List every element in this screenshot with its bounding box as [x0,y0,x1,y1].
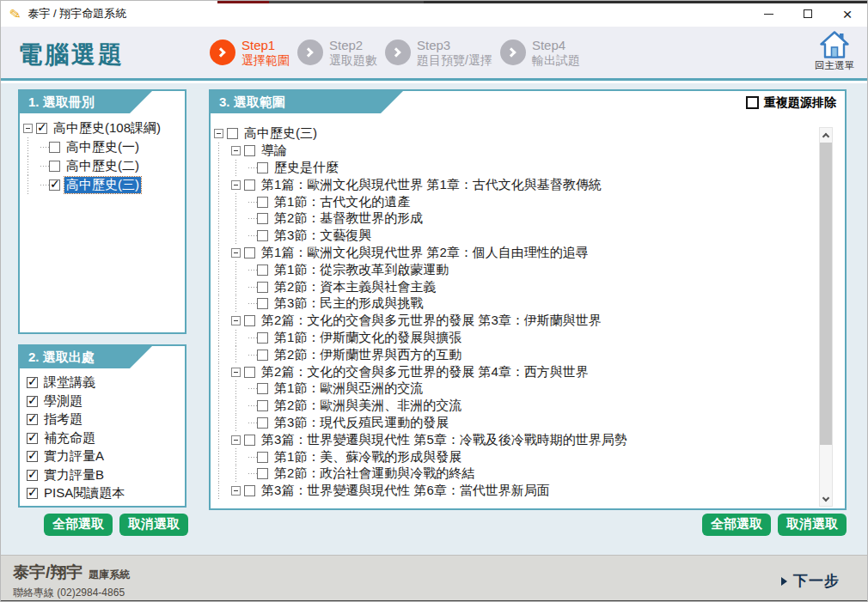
step-step1[interactable]: Step1選擇範圍 [210,38,290,68]
volume-tree-checkbox[interactable] [49,161,60,172]
collapse-expander-icon[interactable] [231,486,241,496]
tree-connector-line [248,457,257,458]
volume-tree-item[interactable]: 高中歷史(二) [23,156,183,175]
scope-tree-item[interactable]: 第1節：美、蘇冷戰的形成與發展 [214,448,843,465]
deselect-all-sources-button[interactable]: 取消選取 [119,514,188,536]
scroll-up-arrow-icon[interactable] [820,128,832,142]
scope-tree-checkbox[interactable] [257,213,268,224]
scope-tree-checkbox[interactable] [244,367,255,378]
scope-tree-item[interactable]: 歷史是什麼 [214,160,843,177]
scope-tree-checkbox[interactable] [244,247,255,258]
source-item[interactable]: 課堂講義 [27,374,185,392]
scope-tree-item[interactable]: 第2篇：文化的交會與多元世界的發展 第4章：西方與世界 [214,363,843,380]
dedupe-checkbox[interactable] [746,96,759,109]
maximize-button[interactable] [788,1,828,27]
scope-tree-item[interactable]: 第1節：歐洲與亞洲的交流 [214,380,843,398]
step-step4[interactable]: Step4輸出試題 [500,38,580,68]
next-step-button[interactable]: 下一步 [781,571,840,591]
source-item[interactable]: 指考題 [27,410,185,429]
scope-tree-item[interactable]: 第1節：古代文化的遺產 [214,193,843,210]
scope-tree-checkbox[interactable] [257,400,268,411]
scope-tree-checkbox[interactable] [244,145,255,156]
close-button[interactable]: × [828,1,867,27]
scope-tree-checkbox[interactable] [244,315,255,326]
volume-tree-item[interactable]: 高中歷史(三) [23,175,183,194]
collapse-expander-icon[interactable] [23,124,33,133]
scope-tree-item[interactable]: 第1篇：歐洲文化與現代世界 第2章：個人自由理性的追尋 [214,245,843,262]
source-checkbox[interactable] [27,396,38,407]
scope-tree-checkbox[interactable] [257,468,268,479]
source-checkbox[interactable] [27,451,38,462]
scroll-down-arrow-icon[interactable] [820,492,832,506]
home-button[interactable]: 回主選單 [809,31,860,72]
source-item[interactable]: 學測題 [27,392,185,411]
scope-tree-item[interactable]: 第2節：基督教世界的形成 [214,210,843,228]
scope-tree-checkbox[interactable] [244,485,255,496]
scope-tree-item[interactable]: 第3節：文藝復興 [214,228,843,245]
scope-scrollbar[interactable] [819,127,833,507]
source-checkbox[interactable] [27,470,38,481]
collapse-expander-icon[interactable] [231,316,241,325]
scope-tree-label: 第3節：民主的形成與挑戰 [272,295,425,312]
volume-tree-checkbox[interactable] [49,179,60,191]
volume-tree-item[interactable]: 高中歷史(一) [23,137,183,156]
scope-tree-item[interactable]: 第1節：伊斯蘭文化的發展與擴張 [214,330,843,347]
scope-tree-checkbox[interactable] [257,350,268,361]
collapse-expander-icon[interactable] [231,180,241,190]
source-item[interactable]: 補充命題 [27,429,185,448]
source-checkbox[interactable] [27,433,38,444]
scope-tree-checkbox[interactable] [257,282,268,293]
scope-tree-checkbox[interactable] [257,230,268,241]
scope-tree-checkbox[interactable] [257,452,268,463]
select-all-sources-button[interactable]: 全部選取 [44,514,113,536]
scope-tree-item[interactable]: 第2節：資本主義與社會主義 [214,278,843,295]
scope-tree-item[interactable]: 第3節：現代反殖民運動的發展 [214,415,843,432]
step-step2[interactable]: Step2選取題數 [297,38,377,68]
scope-tree-item[interactable]: 第2節：伊斯蘭世界與西方的互動 [214,346,843,363]
scope-tree-item[interactable]: 第3節：民主的形成與挑戰 [214,295,843,313]
scope-tree-item[interactable]: 導論 [214,143,843,160]
scroll-thumb[interactable] [820,143,832,445]
collapse-expander-icon[interactable] [231,248,241,258]
tree-guide-line [231,295,248,313]
scope-tree-item[interactable]: 第2節：政治社會運動與冷戰的終結 [214,465,843,483]
volume-tree-checkbox[interactable] [49,142,60,153]
scope-tree-item[interactable]: 高中歷史(三) [214,125,843,143]
volume-tree-item[interactable]: 高中歷史(108課綱) [23,119,183,137]
collapse-expander-icon[interactable] [214,129,223,138]
source-checkbox[interactable] [27,488,38,499]
scope-tree-checkbox[interactable] [257,383,268,394]
scope-tree-checkbox[interactable] [227,128,238,139]
deselect-all-scope-button[interactable]: 取消選取 [778,514,847,536]
scope-tree-item[interactable]: 第2篇：文化的交會與多元世界的發展 第3章：伊斯蘭與世界 [214,313,843,330]
step-step3[interactable]: Step3題目預覽/選擇 [385,38,492,68]
scope-tree-checkbox[interactable] [257,265,268,276]
source-checkbox[interactable] [27,414,38,425]
scope-tree-checkbox[interactable] [257,298,268,309]
scope-tree-checkbox[interactable] [244,179,255,191]
scope-tree-checkbox[interactable] [257,197,268,208]
collapse-expander-icon[interactable] [231,435,241,445]
collapse-expander-icon[interactable] [231,368,241,377]
scope-tree-checkbox[interactable] [257,417,268,429]
minimize-button[interactable] [749,1,788,27]
source-item[interactable]: PISA閱讀題本 [27,484,185,503]
tree-guide-line [214,346,231,363]
volume-tree-checkbox[interactable] [36,123,47,134]
step-text: Step2選取題數 [329,38,377,68]
scope-tree-item[interactable]: 第3篇：世界變遷與現代性 第6章：當代世界新局面 [214,483,843,500]
tree-guide-line [231,228,248,245]
tree-guide-line [214,380,231,398]
source-checkbox[interactable] [27,377,38,388]
scope-tree-item[interactable]: 第3篇：世界變遷與現代性 第5章：冷戰及後冷戰時期的世界局勢 [214,431,843,448]
scope-tree-item[interactable]: 第1節：從宗教改革到啟蒙運動 [214,261,843,278]
scope-tree-checkbox[interactable] [244,435,255,446]
source-item[interactable]: 實力評量A [27,447,185,466]
collapse-expander-icon[interactable] [231,146,241,155]
scope-tree-item[interactable]: 第1篇：歐洲文化與現代世界 第1章：古代文化與基督教傳統 [214,176,843,193]
select-all-scope-button[interactable]: 全部選取 [702,514,771,536]
source-item[interactable]: 實力評量B [27,466,185,485]
scope-tree-checkbox[interactable] [257,332,268,344]
scope-tree-item[interactable]: 第2節：歐洲與美洲、非洲的交流 [214,398,843,415]
scope-tree-checkbox[interactable] [257,162,268,173]
